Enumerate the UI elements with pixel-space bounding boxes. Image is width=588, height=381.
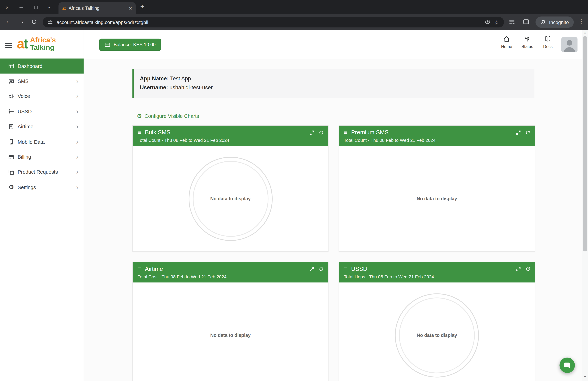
chart-card-ussd: ≡ USSD Total Hops - Thu 08 Feb to Wed 21… bbox=[339, 262, 535, 381]
refresh-icon[interactable] bbox=[319, 130, 324, 135]
status-icon bbox=[524, 35, 531, 43]
window-minimize-button[interactable] bbox=[17, 3, 25, 11]
expand-icon[interactable] bbox=[516, 267, 521, 271]
address-bar[interactable]: account.africastalking.com/apps/odrzxtgb… bbox=[43, 17, 504, 27]
chevron-right-icon: › bbox=[76, 184, 78, 190]
sidebar-item-dashboard[interactable]: Dashboard bbox=[0, 59, 84, 74]
chevron-right-icon: › bbox=[76, 169, 78, 175]
tab-title: Africa's Talking bbox=[69, 6, 126, 11]
screen: × ▾ at Africa's Talking × + ← → account.… bbox=[0, 0, 588, 381]
sidebar-item-billing[interactable]: Billing › bbox=[0, 150, 84, 165]
drag-handle-icon[interactable]: ≡ bbox=[138, 266, 141, 272]
scroll-down-button[interactable]: ▼ bbox=[582, 375, 588, 380]
window-maximize-button[interactable] bbox=[32, 3, 40, 11]
card-header[interactable]: ≡ Premium SMS Total Count - Thu 08 Feb t… bbox=[339, 126, 535, 146]
expand-icon[interactable] bbox=[309, 267, 314, 271]
user-avatar[interactable] bbox=[561, 37, 578, 52]
card-header[interactable]: ≡ USSD Total Hops - Thu 08 Feb to Wed 21… bbox=[339, 262, 535, 283]
url-text: account.africastalking.com/apps/odrzxtgb… bbox=[57, 19, 481, 25]
reload-button[interactable] bbox=[31, 19, 37, 27]
balance-button[interactable]: Balance: KES 10.00 bbox=[99, 39, 161, 51]
page-topbar: Balance: KES 10.00 Home Status Docs bbox=[84, 30, 582, 59]
app-name-line: App Name:Test App bbox=[140, 74, 528, 83]
browser-tab[interactable]: at Africa's Talking × bbox=[59, 2, 136, 14]
site-settings-icon[interactable] bbox=[47, 19, 53, 25]
drag-handle-icon[interactable]: ≡ bbox=[344, 266, 347, 272]
quick-nav: Home Status Docs bbox=[498, 35, 556, 49]
sidebar-item-voice[interactable]: Voice › bbox=[0, 89, 84, 104]
window-menu-chevron-icon[interactable]: ▾ bbox=[45, 3, 53, 11]
empty-donut-chart: No data to display bbox=[189, 157, 273, 241]
drag-handle-icon[interactable]: ≡ bbox=[138, 129, 141, 135]
sidebar-menu: Dashboard SMS › Voice › USSD › bbox=[0, 59, 84, 195]
gear-icon: ⚙ bbox=[8, 184, 14, 190]
nav-item-docs[interactable]: Docs bbox=[540, 35, 556, 49]
tab-close-icon[interactable]: × bbox=[129, 5, 132, 11]
expand-icon[interactable] bbox=[309, 130, 314, 135]
hamburger-menu-icon[interactable] bbox=[5, 42, 12, 49]
incognito-label: Incognito bbox=[549, 19, 569, 25]
sidebar-item-mobile-data[interactable]: Mobile Data › bbox=[0, 134, 84, 150]
browser-menu-kebab-icon[interactable]: ⋮ bbox=[578, 18, 584, 25]
scroll-up-button[interactable]: ▲ bbox=[582, 31, 588, 36]
dashboard-icon bbox=[8, 63, 14, 69]
new-tab-button[interactable]: + bbox=[140, 3, 144, 11]
card-header[interactable]: ≡ Airtime Total Cost - Thu 08 Feb to Wed… bbox=[133, 262, 328, 283]
side-panel-icon[interactable] bbox=[523, 18, 529, 27]
incognito-icon bbox=[540, 19, 546, 25]
sms-icon bbox=[8, 78, 14, 84]
chevron-right-icon: › bbox=[76, 78, 78, 84]
back-button[interactable]: ← bbox=[5, 18, 12, 25]
nav-item-home[interactable]: Home bbox=[498, 35, 515, 49]
chevron-right-icon: › bbox=[76, 124, 78, 130]
card-header[interactable]: ≡ Bulk SMS Total Count - Thu 08 Feb to W… bbox=[133, 126, 328, 146]
sidebar-item-airtime[interactable]: Airtime › bbox=[0, 119, 84, 134]
app-info-box: App Name:Test App Username:ushahidi-test… bbox=[132, 69, 534, 98]
sidebar: at Africa's Talking Dashboard SMS › bbox=[0, 30, 84, 381]
chat-launcher-button[interactable] bbox=[560, 358, 575, 373]
balance-label: Balance: KES 10.00 bbox=[114, 42, 156, 47]
avatar-image bbox=[561, 37, 578, 52]
card-body: No data to display bbox=[133, 283, 328, 381]
chat-bubble-icon bbox=[563, 361, 571, 369]
card-body: No data to display bbox=[133, 146, 328, 251]
voice-icon bbox=[8, 93, 14, 99]
reload-icon bbox=[31, 19, 37, 25]
chevron-right-icon: › bbox=[76, 108, 78, 115]
sidebar-item-ussd[interactable]: USSD › bbox=[0, 104, 84, 119]
sidebar-item-product-requests[interactable]: Product Requests › bbox=[0, 165, 84, 180]
refresh-icon[interactable] bbox=[525, 130, 530, 135]
chart-card-airtime: ≡ Airtime Total Cost - Thu 08 Feb to Wed… bbox=[132, 262, 329, 381]
billing-icon bbox=[8, 154, 14, 160]
page-scrollbar[interactable]: ▲ ▼ bbox=[582, 30, 588, 381]
eye-off-icon[interactable] bbox=[484, 19, 490, 25]
chart-card-bulk-sms: ≡ Bulk SMS Total Count - Thu 08 Feb to W… bbox=[132, 125, 329, 252]
bookmark-star-icon[interactable]: ☆ bbox=[494, 19, 500, 26]
gear-icon: ⚙ bbox=[137, 112, 142, 119]
browser-toolbar: ← → account.africastalking.com/apps/odrz… bbox=[0, 14, 588, 30]
chevron-right-icon: › bbox=[76, 139, 78, 145]
sidebar-item-settings[interactable]: ⚙ Settings › bbox=[0, 180, 84, 195]
window-close-button[interactable]: × bbox=[3, 3, 11, 11]
sidebar-item-sms[interactable]: SMS › bbox=[0, 74, 84, 89]
browser-tabstrip: × ▾ at Africa's Talking × + bbox=[0, 0, 588, 14]
card-body: No data to display bbox=[339, 283, 535, 381]
ussd-icon bbox=[8, 109, 14, 114]
refresh-icon[interactable] bbox=[525, 267, 530, 271]
nav-item-status[interactable]: Status bbox=[519, 35, 536, 49]
docs-icon bbox=[544, 35, 552, 43]
configure-charts-link[interactable]: ⚙ Configure Visible Charts bbox=[137, 112, 199, 119]
mobile-data-icon bbox=[8, 139, 14, 145]
reading-list-icon[interactable] bbox=[508, 18, 515, 27]
chart-card-premium-sms: ≡ Premium SMS Total Count - Thu 08 Feb t… bbox=[339, 125, 535, 252]
page-viewport: at Africa's Talking Dashboard SMS › bbox=[0, 30, 588, 381]
forward-button[interactable]: → bbox=[18, 18, 24, 25]
incognito-badge: Incognito bbox=[536, 17, 574, 28]
home-icon bbox=[503, 35, 510, 43]
refresh-icon[interactable] bbox=[319, 267, 324, 271]
expand-icon[interactable] bbox=[516, 130, 521, 135]
africastalking-logo[interactable]: at Africa's Talking bbox=[17, 36, 56, 51]
username-line: Username:ushahidi-test-user bbox=[140, 83, 528, 92]
drag-handle-icon[interactable]: ≡ bbox=[344, 129, 347, 135]
scrollbar-thumb[interactable] bbox=[583, 36, 587, 251]
